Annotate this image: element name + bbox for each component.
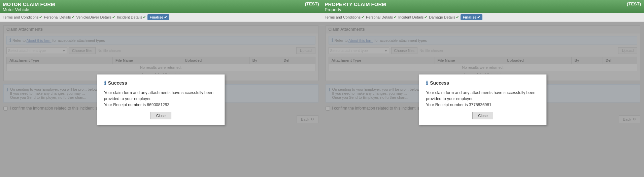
nav-check-icon: ✔ — [424, 15, 428, 20]
motor-form-title: MOTOR CLAIM FORM — [3, 1, 319, 7]
property-header: PROPERTY CLAIM FORM Property (TEST) — [322, 0, 644, 13]
panel-motor: MOTOR CLAIM FORM Motor Vehicle (TEST) Te… — [0, 0, 322, 177]
panel-property: PROPERTY CLAIM FORM Property (TEST) Term… — [322, 0, 644, 177]
nav-check-icon: ✔ — [456, 15, 459, 20]
property-nav-item-4[interactable]: Finalise ✔ — [461, 14, 482, 20]
motor-content: Claim Attachments ℹ Refer to About this … — [0, 22, 322, 177]
motor-modal-message: Your claim form and any attachments have… — [104, 90, 218, 102]
property-content: Claim Attachments ℹ Refer to About this … — [322, 22, 644, 177]
nav-check-icon: ✔ — [112, 15, 115, 20]
motor-form-subtitle: Motor Vehicle — [3, 7, 319, 12]
property-receipt-number: Your Receipt number is 3775836981 — [426, 102, 540, 108]
nav-check-icon: ✔ — [361, 15, 365, 20]
motor-test-badge: (TEST) — [305, 1, 319, 6]
nav-check-icon: ✔ — [39, 15, 42, 20]
property-modal-title: Success — [430, 80, 449, 86]
motor-modal-overlay: ℹ Success Your claim form and any attach… — [0, 22, 322, 177]
nav-check-icon: ✔ — [71, 15, 75, 20]
property-modal-message: Your claim form and any attachments have… — [426, 90, 540, 102]
property-close-button[interactable]: Close — [472, 112, 493, 119]
property-form-title: PROPERTY CLAIM FORM — [325, 1, 641, 7]
motor-nav-item-4[interactable]: Finalise ✔ — [147, 14, 169, 20]
property-modal-title-row: ℹ Success — [426, 80, 540, 86]
motor-modal-body: Your claim form and any attachments have… — [104, 90, 218, 108]
nav-check-icon: ✔ — [143, 15, 146, 20]
motor-nav-bar: Terms and Conditions ✔Personal Details ✔… — [0, 13, 322, 22]
nav-check-icon: ✔ — [164, 15, 167, 20]
property-modal-body: Your claim form and any attachments have… — [426, 90, 540, 108]
motor-close-button[interactable]: Close — [150, 112, 171, 119]
motor-modal-footer: Close — [104, 112, 218, 119]
property-nav-item-3[interactable]: Damage Details ✔ — [429, 15, 459, 20]
property-nav-bar: Terms and Conditions ✔Personal Details ✔… — [322, 13, 644, 22]
property-test-badge: (TEST) — [627, 1, 641, 6]
property-modal-footer: Close — [426, 112, 540, 119]
property-nav-item-2[interactable]: Incident Details ✔ — [398, 15, 428, 20]
property-form-subtitle: Property — [325, 7, 641, 12]
motor-modal-title: Success — [108, 80, 127, 86]
motor-receipt-number: Your Receipt number is 6690081293 — [104, 102, 218, 108]
property-modal-overlay: ℹ Success Your claim form and any attach… — [322, 22, 644, 177]
motor-nav-item-3[interactable]: Incident Details ✔ — [117, 15, 146, 20]
motor-header: MOTOR CLAIM FORM Motor Vehicle (TEST) — [0, 0, 322, 13]
property-nav-item-0[interactable]: Terms and Conditions ✔ — [325, 15, 365, 20]
motor-nav-item-2[interactable]: Vehicle/Driver Details ✔ — [76, 15, 115, 20]
motor-modal-dialog: ℹ Success Your claim form and any attach… — [97, 74, 225, 125]
motor-nav-item-1[interactable]: Personal Details ✔ — [44, 15, 75, 20]
property-nav-item-1[interactable]: Personal Details ✔ — [366, 15, 397, 20]
nav-check-icon: ✔ — [394, 15, 397, 20]
property-modal-dialog: ℹ Success Your claim form and any attach… — [419, 74, 547, 125]
property-success-icon: ℹ — [426, 80, 428, 86]
motor-nav-item-0[interactable]: Terms and Conditions ✔ — [3, 15, 42, 20]
motor-modal-title-row: ℹ Success — [104, 80, 218, 86]
motor-success-icon: ℹ — [104, 80, 106, 86]
nav-check-icon: ✔ — [477, 15, 480, 20]
